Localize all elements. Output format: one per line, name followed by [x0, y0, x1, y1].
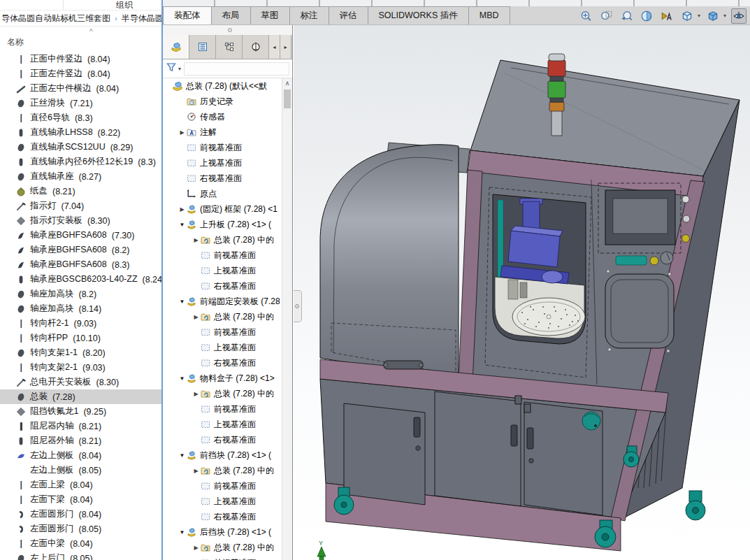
tree-node[interactable]: 右视基准面	[163, 355, 283, 371]
tab-scroll-left-icon[interactable]: ◂	[269, 35, 280, 59]
file-list-item[interactable]: 左面圆形门(8.05)	[0, 522, 161, 536]
file-list-item[interactable]: 轴座加高块(8.2)	[0, 287, 161, 301]
file-list-item[interactable]: 左面圆形门(8.04)	[0, 507, 161, 522]
hood-handle[interactable]	[384, 361, 423, 369]
tree-node[interactable]: ▶总装 (7.28) 中的	[163, 309, 283, 324]
expand--icon[interactable]: ▶	[192, 314, 200, 320]
display-style-icon[interactable]	[705, 8, 721, 24]
section-view-icon[interactable]	[639, 8, 654, 24]
view-orientation-caret-icon[interactable]: ▾	[698, 13, 700, 19]
display-style-caret-icon[interactable]: ▾	[723, 13, 726, 19]
tree-node[interactable]: ▶总装 (7.28) 中的	[163, 386, 283, 401]
tree-node[interactable]: 右视基准面	[163, 509, 283, 524]
scrollbar-thumb[interactable]	[284, 89, 291, 108]
file-list-item[interactable]: 左面上梁(8.04)	[0, 478, 161, 492]
tree-node[interactable]: 前视基准面	[163, 478, 283, 494]
file-list-item[interactable]: 正丝滑块(7.21)	[0, 96, 161, 110]
file-list-item[interactable]: 左面下梁(8.04)	[0, 492, 161, 507]
file-list-item[interactable]: 总电开关安装板(8.30)	[0, 375, 161, 389]
file-list-item[interactable]: 正面左件竖边(8.04)	[0, 66, 161, 81]
file-list-item[interactable]: 转向支架2-1(9.03)	[0, 360, 161, 375]
tree-node[interactable]: ▶注解	[163, 124, 283, 140]
file-list-item[interactable]: 正面左中件横边(8.04)	[0, 81, 161, 96]
tree-node[interactable]: 前视基准面	[163, 140, 283, 155]
ribbon-tab[interactable]: SOLIDWORKS 插件	[368, 6, 469, 24]
annotation-visibility-icon[interactable]	[659, 8, 675, 24]
tree-node[interactable]: ▼前挡块 (7.28) <1> (	[163, 447, 283, 463]
expand-collapse-icon[interactable]: ▼	[178, 375, 186, 382]
file-list-item[interactable]: 左边上侧板(8.05)	[0, 463, 161, 478]
tree-node[interactable]: ▶总装 (7.28) 中的	[163, 463, 283, 478]
tree-node[interactable]: 右视基准面	[163, 278, 283, 294]
previous-view-icon[interactable]	[619, 8, 634, 24]
panel-splitter-tab[interactable]	[294, 290, 302, 322]
tree-node[interactable]: 上视基准面	[163, 263, 283, 278]
tree-node[interactable]: 右视基准面	[163, 432, 283, 447]
tree-node[interactable]: ▶总装 (7.28) 中的	[163, 540, 283, 555]
expand--icon[interactable]: ▶	[192, 237, 200, 243]
file-list-item[interactable]: 指示灯安装板(8.30)	[0, 213, 161, 228]
ribbon-tab[interactable]: 装配体	[163, 6, 212, 24]
expand--icon[interactable]: ▶	[192, 391, 200, 397]
tree-node[interactable]: 前视基准面	[163, 555, 283, 560]
tab-scroll-right-icon[interactable]: ▸	[280, 35, 291, 59]
hide-show-items-icon[interactable]	[731, 8, 747, 24]
tree-node[interactable]: ▼后挡块 (7.28) <1> (	[163, 524, 283, 540]
breadcrumb[interactable]: 导体晶圆自动贴标机三维套图 › 半导体晶圆	[0, 10, 161, 27]
tree-node[interactable]: ▼前端固定安装板 (7.28	[163, 294, 283, 309]
organize-menu[interactable]: 组织	[116, 0, 133, 10]
file-list-item[interactable]: 直线轴承SCS12UU(8.29)	[0, 140, 161, 155]
tree-node[interactable]: 总装 (7.28) (默认<<默	[163, 78, 283, 94]
file-list-item[interactable]: 轴承座BGHFSA608(8.3)	[0, 257, 161, 272]
tree-node[interactable]: ▶总装 (7.28) 中的	[163, 232, 283, 247]
file-list-item[interactable]: 直线轴承LHSS8(8.22)	[0, 125, 161, 140]
breadcrumb-parent[interactable]: 导体晶圆自动贴标机三维套图	[1, 13, 110, 24]
file-list-item[interactable]: 纸盘(8.21)	[0, 184, 161, 199]
tree-node[interactable]: 历史记录	[163, 94, 283, 109]
expand--icon[interactable]: ▶	[192, 468, 200, 474]
tree-node[interactable]: 上视基准面	[163, 155, 283, 171]
tab-configuration-manager[interactable]	[216, 35, 243, 59]
file-list-item[interactable]: 转向杆PP(10.10)	[0, 331, 161, 345]
filter-funnel-icon[interactable]	[166, 62, 177, 76]
file-list-item[interactable]: 阻尼器外轴(8.21)	[0, 433, 161, 448]
file-list-item[interactable]: 转向支架1-1(8.20)	[0, 345, 161, 360]
3d-model-view[interactable]: Y	[294, 25, 750, 560]
tree-node[interactable]: ▶(固定) 框架 (7.28) <1	[163, 201, 283, 217]
file-list-item[interactable]: 总装(7.28)	[0, 389, 161, 404]
tree-node[interactable]: 前视基准面	[163, 401, 283, 417]
ribbon-tab[interactable]: 评估	[329, 6, 368, 24]
file-list-item[interactable]: 指示灯(7.04)	[0, 199, 161, 213]
zoom-to-fit-icon[interactable]	[578, 8, 593, 24]
sort-ascending-icon[interactable]: ^	[89, 28, 93, 36]
file-list-item[interactable]: 直径6导轨(8.3)	[0, 110, 161, 125]
filter-caret-icon[interactable]: ▾	[178, 66, 181, 72]
tree-node[interactable]: ▼物料盒子 (7.28) <1>	[163, 371, 283, 386]
file-list-item[interactable]: 直线轴承内径6外径12长19(8.3)	[0, 155, 161, 169]
ribbon-tab[interactable]: MBD	[468, 6, 510, 24]
file-list-item[interactable]: 轴座加高块(8.14)	[0, 301, 161, 316]
tab-property-manager[interactable]	[189, 35, 216, 59]
tree-node[interactable]: 前视基准面	[163, 247, 283, 263]
file-list-item[interactable]: 转向杆2-1(9.03)	[0, 316, 161, 331]
expand-collapse-icon[interactable]: ▼	[178, 222, 186, 228]
ribbon-tab[interactable]: 标注	[289, 6, 329, 24]
tree-node[interactable]: 右视基准面	[163, 171, 283, 186]
tab-featuremanager-design-tree[interactable]	[163, 35, 189, 59]
hmi-screen[interactable]	[605, 190, 675, 245]
expand-collapse-icon[interactable]: ▼	[178, 299, 186, 305]
hood-cover[interactable]	[320, 145, 459, 381]
tab-dimxpert-manager[interactable]	[243, 35, 269, 59]
turntable[interactable]	[512, 298, 585, 336]
file-list-item[interactable]: 左边上侧板(8.04)	[0, 448, 161, 463]
file-list-item[interactable]: 阻尼器内轴(8.21)	[0, 419, 161, 433]
tree-node[interactable]: 传感器	[163, 109, 283, 124]
breadcrumb-current[interactable]: 半导体晶圆	[122, 13, 161, 24]
tree-node[interactable]: 原点	[163, 186, 283, 201]
ribbon-tab[interactable]: 布局	[211, 6, 251, 24]
tree-node[interactable]: ▼上升板 (7.28) <1> (	[163, 217, 283, 232]
expand--icon[interactable]: ▶	[178, 129, 186, 136]
view-orientation-icon[interactable]	[679, 8, 695, 24]
file-list-item[interactable]: 左面中梁(8.04)	[0, 536, 161, 551]
file-list-item[interactable]: 阻挡铁氟龙1(9.25)	[0, 404, 161, 419]
